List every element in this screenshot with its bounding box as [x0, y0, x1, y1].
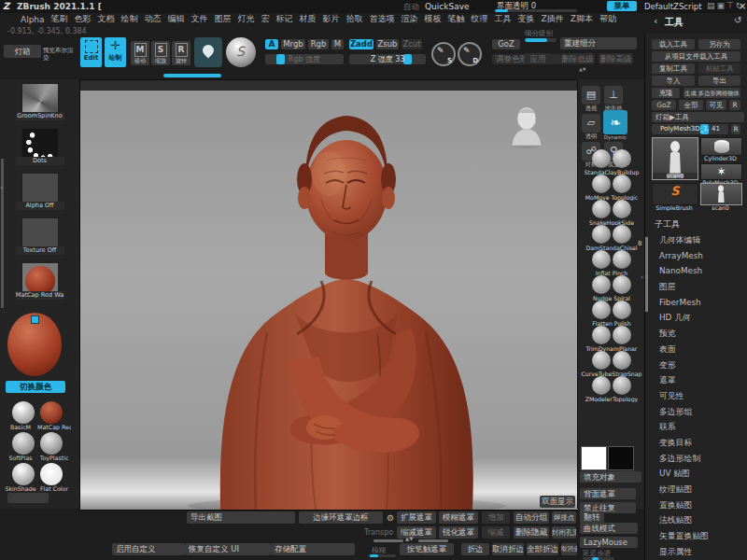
goz-tray-button[interactable]: GoZ	[652, 100, 676, 110]
backface-mask-button[interactable]: 背面遮罩	[580, 488, 636, 499]
close-icon[interactable]: ×	[739, 1, 746, 11]
tray-section-header[interactable]: NanoMesh	[645, 266, 747, 282]
close-holes-button[interactable]: 封闭孔洞	[552, 526, 576, 539]
tray-section-header[interactable]: 变换目标	[645, 438, 747, 454]
enable-custom-button[interactable]: 启用自定义	[112, 543, 185, 555]
menu-item[interactable]: 变换	[518, 13, 535, 25]
bottom-scroll-arrows[interactable]: ▲▼	[405, 536, 413, 541]
subdiv-slider[interactable]	[525, 38, 557, 42]
sculptris-pro-button[interactable]: ✎ S	[431, 42, 456, 66]
export-screenshot-button[interactable]: 导出截图	[187, 511, 295, 524]
shrink-button[interactable]: 缩减	[482, 526, 510, 539]
menu-item[interactable]: 动态	[145, 13, 162, 25]
brush-thumb[interactable]	[592, 225, 611, 244]
gear-icon[interactable]: ⚙	[387, 513, 394, 523]
brush-thumb[interactable]	[613, 250, 631, 269]
brush-pair-row[interactable]: TrimDynamPlanar	[578, 326, 645, 351]
uncrease-button[interactable]: 取消折边	[492, 543, 524, 555]
default-zscript-button[interactable]: DefaultZScript	[644, 2, 702, 11]
left-shelf-item[interactable]: MatCap Red Wa	[0, 262, 79, 300]
paint-m-button[interactable]: M	[331, 39, 344, 49]
scale-button[interactable]: S 缩放	[151, 41, 170, 65]
active-tool-slider[interactable]: PolyMesh3D_1. 41	[652, 124, 728, 134]
tray-section-header[interactable]: 图层	[645, 282, 747, 298]
store-config-button[interactable]: 存储配置	[271, 543, 355, 555]
brush-thumb[interactable]	[592, 200, 611, 218]
polymesh3d-thumb[interactable]: ✶	[700, 163, 742, 180]
goz-all-button[interactable]: 全部	[679, 100, 703, 110]
menu-item[interactable]: 首选项	[370, 13, 395, 25]
bottom-scrollbar-right[interactable]	[418, 539, 448, 542]
blur-slider[interactable]	[368, 554, 396, 557]
brush-thumb[interactable]	[592, 376, 611, 395]
goz-visible-button[interactable]: 可见	[706, 100, 726, 110]
menu-item[interactable]: 笔触	[448, 13, 465, 25]
lazymouse-button[interactable]: LazyMouse	[580, 537, 638, 548]
left-shelf-item[interactable]: Alpha Off	[0, 173, 79, 210]
dynamic-mode-button[interactable]: ✎ D	[458, 42, 482, 66]
material-thumb[interactable]	[40, 432, 63, 455]
left-shelf-collapse-icon[interactable]: »	[0, 184, 4, 190]
switch-color-button[interactable]: 切换颜色	[6, 381, 65, 393]
menu-item[interactable]: 宏	[261, 13, 270, 25]
goz-button[interactable]: GoZ	[492, 39, 520, 49]
menu-button[interactable]: 菜单	[607, 1, 637, 11]
tray-section-header[interactable]: 预览	[645, 329, 747, 344]
tray-section-header[interactable]: 显示属性	[645, 547, 747, 560]
rgb-intensity-slider[interactable]: Rgb 强度	[265, 54, 344, 64]
back-color-swatch[interactable]	[608, 446, 634, 470]
tray-section-header[interactable]: 联系	[645, 422, 747, 438]
tray-section-header[interactable]: 几何体编辑	[645, 235, 747, 251]
menu-item[interactable]: 帮助	[599, 13, 616, 25]
brush-thumb[interactable]	[592, 275, 611, 294]
move-button[interactable]: M 移动	[131, 41, 149, 65]
front-color-swatch[interactable]	[581, 446, 607, 470]
active-tool-thumb[interactable]: scan0	[652, 137, 698, 180]
empty-slot-button[interactable]	[7, 493, 49, 503]
brush-thumb[interactable]	[613, 376, 631, 395]
blur-mask-button[interactable]: 模糊遮罩	[439, 511, 478, 524]
brush-thumb[interactable]	[613, 149, 631, 168]
grow-mask-button[interactable]: 扩展遮罩	[397, 511, 436, 524]
preview-boolean-button[interactable]: 预览布尔渲染	[43, 47, 78, 62]
brush-pair-row[interactable]: ZModelerTopology	[578, 376, 645, 401]
material-thumb[interactable]	[12, 463, 35, 485]
quicksave-button[interactable]: QuickSave	[425, 2, 470, 11]
document-canvas[interactable]	[79, 79, 579, 511]
bottom-scrollbar-left[interactable]	[374, 539, 403, 542]
menu-item[interactable]: 纹理	[472, 13, 488, 25]
ui-opacity-slider[interactable]	[495, 9, 577, 12]
tray-section-header[interactable]: 可见性	[645, 391, 747, 407]
paint-a-button[interactable]: A	[265, 39, 278, 49]
menu-item[interactable]: 渲染	[402, 13, 418, 25]
menu-item[interactable]: 文件	[191, 13, 208, 25]
tool-r-button[interactable]: R	[731, 124, 740, 134]
goz-r-button[interactable]: R	[729, 100, 740, 110]
autogroups-button[interactable]: 自动分组	[514, 511, 549, 524]
subtool-section-header[interactable]: 子工具	[655, 218, 680, 231]
menu-item[interactable]: 编辑	[168, 13, 185, 25]
brush-thumb[interactable]	[613, 275, 631, 294]
restore-custom-ui-button[interactable]: 恢复自定义 UI	[185, 543, 271, 555]
scan0-small-thumb[interactable]	[700, 183, 742, 205]
brush-thumb[interactable]	[613, 351, 631, 370]
menu-item[interactable]: 模板	[425, 13, 442, 25]
floor-grid-toggle[interactable]: ⊥ 地面格	[604, 86, 623, 113]
secondary-color-swatch[interactable]	[31, 315, 39, 324]
tray-section-header[interactable]: 纹理贴图	[645, 484, 747, 500]
brush-pair-row[interactable]: Flatten Polish	[578, 301, 645, 326]
sharpen-mask-button[interactable]: 锐化遮罩	[439, 526, 478, 539]
tray-section-header[interactable]: 表面	[645, 344, 747, 360]
tray-section-header[interactable]: 矢量置换贴图	[645, 531, 747, 547]
zadd-button[interactable]: Zadd	[349, 39, 374, 49]
left-shelf-scrollbar[interactable]	[1, 159, 4, 308]
weld-points-button[interactable]: 焊接点	[552, 511, 576, 524]
menu-item[interactable]: 材质	[300, 13, 317, 25]
brush-thumb[interactable]	[592, 301, 611, 319]
load-tool-button[interactable]: 载入工具	[652, 39, 695, 49]
z-intensity-slider[interactable]: Z 强度 33	[349, 54, 426, 64]
current-material-button[interactable]: S	[226, 37, 256, 67]
paste-tool-button[interactable]: 粘贴工具	[698, 63, 740, 74]
delete-hidden-button[interactable]: 删除隐藏	[514, 526, 549, 539]
curve-mode-button[interactable]: 曲线模式	[580, 523, 638, 534]
